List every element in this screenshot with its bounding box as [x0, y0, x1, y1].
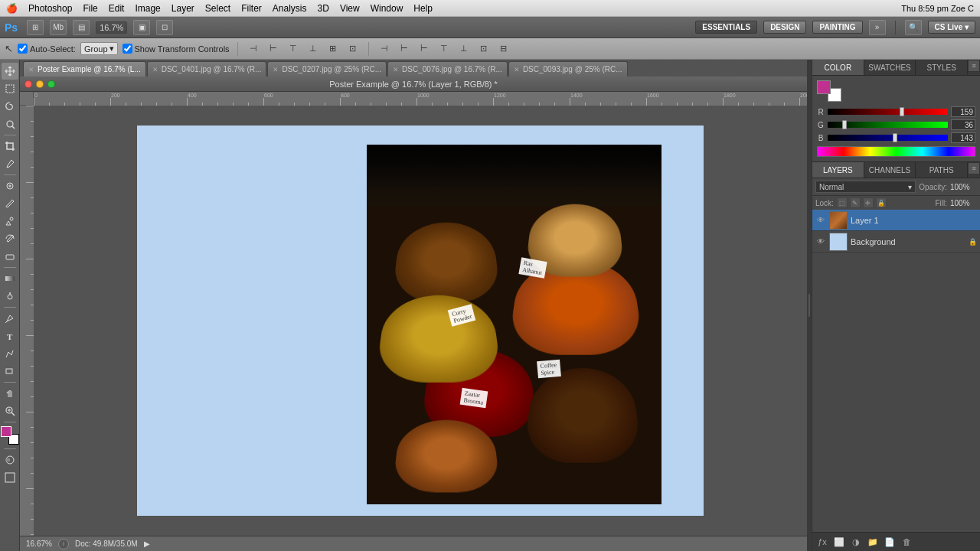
hand-tool[interactable]	[2, 385, 18, 402]
distribute-bottom-btn[interactable]: ⊡	[476, 41, 492, 57]
align-top-btn[interactable]: ⊥	[305, 41, 321, 57]
color-panel-menu-btn[interactable]: ≡	[968, 60, 980, 72]
extras-btn[interactable]: ⊡	[156, 20, 173, 35]
align-bottom-btn[interactable]: ⊡	[345, 41, 361, 57]
b-value-input[interactable]: 143	[951, 132, 975, 143]
g-slider[interactable]	[828, 122, 948, 128]
shape-tool[interactable]	[2, 363, 18, 380]
quick-select-tool[interactable]	[2, 116, 18, 132]
lock-all-btn[interactable]: 🔒	[876, 197, 887, 208]
group-layers-btn[interactable]: 📁	[866, 535, 880, 549]
tab-styles[interactable]: STYLES	[916, 60, 968, 75]
workspace-more-btn[interactable]: »	[869, 20, 886, 35]
tab-swatches[interactable]: SWATCHES	[864, 60, 916, 75]
add-mask-btn[interactable]: ⬜	[832, 535, 846, 549]
opacity-value[interactable]: 100%	[950, 183, 977, 191]
auto-align-btn[interactable]: ⊟	[496, 41, 511, 57]
tab-close-0076[interactable]: ✕	[393, 66, 399, 73]
cs-live-btn[interactable]: CS Live ▾	[928, 21, 975, 34]
menu-analysis[interactable]: Analysis	[273, 3, 307, 14]
pen-tool[interactable]	[2, 310, 18, 327]
menu-view[interactable]: View	[340, 3, 360, 14]
tab-color[interactable]: COLOR	[812, 60, 864, 75]
adjustment-layer-btn[interactable]: ◑	[849, 535, 863, 549]
screen-mode-tool[interactable]	[2, 469, 18, 486]
distribute-top-btn[interactable]: ⊤	[436, 41, 452, 57]
tab-close-0207[interactable]: ✕	[273, 66, 279, 73]
align-center-btn[interactable]: ⊢	[266, 41, 281, 57]
menu-3d[interactable]: 3D	[318, 3, 329, 14]
layer1-visibility-btn[interactable]: 👁	[815, 215, 826, 226]
distribute-left-btn[interactable]: ⊣	[377, 41, 392, 57]
apple-menu[interactable]: 🍎	[6, 3, 18, 14]
move-tool[interactable]	[2, 63, 18, 80]
workspace-essentials[interactable]: ESSENTIALS	[695, 21, 757, 34]
tab-layers[interactable]: LAYERS	[812, 162, 864, 178]
fill-value[interactable]: 100%	[950, 199, 977, 207]
browse-btn[interactable]: Mb	[50, 20, 67, 35]
auto-select-dropdown[interactable]: Group ▾	[80, 42, 118, 55]
tab-close-poster[interactable]: ✕	[28, 66, 34, 73]
win-min-btn[interactable]	[36, 80, 44, 88]
color-spectrum-bar[interactable]	[817, 146, 975, 157]
r-value-input[interactable]: 159	[951, 106, 975, 117]
win-max-btn[interactable]	[47, 80, 55, 88]
brush-tool[interactable]	[2, 195, 18, 212]
tab-close-0093[interactable]: ✕	[514, 66, 520, 73]
menu-window[interactable]: Window	[371, 3, 403, 14]
quick-mask-tool[interactable]	[2, 452, 18, 468]
text-tool[interactable]: T	[2, 328, 18, 344]
b-slider[interactable]	[828, 135, 948, 141]
history-brush-tool[interactable]	[2, 230, 18, 247]
auto-select-checkbox[interactable]	[18, 44, 28, 54]
menu-image[interactable]: Image	[135, 3, 160, 14]
fg-bg-color-selector[interactable]	[1, 426, 19, 445]
tab-dsc0207[interactable]: ✕ DSC_0207.jpg @ 25% (RC...	[267, 61, 387, 77]
lock-transparency-btn[interactable]: ⬚	[837, 197, 848, 208]
align-left-btn[interactable]: ⊣	[246, 41, 261, 57]
distribute-middle-btn[interactable]: ⊥	[456, 41, 472, 57]
gradient-tool[interactable]	[2, 270, 18, 287]
distribute-right-btn[interactable]: ⊢	[416, 41, 432, 57]
background-visibility-btn[interactable]: 👁	[815, 236, 826, 247]
layer-styles-btn[interactable]: ƒx	[815, 535, 829, 549]
layers-panel-menu-btn[interactable]: ≡	[968, 162, 980, 174]
distribute-center-btn[interactable]: ⊢	[397, 41, 412, 57]
align-middle-btn[interactable]: ⊞	[325, 41, 341, 57]
menu-filter[interactable]: Filter	[241, 3, 262, 14]
r-slider[interactable]	[828, 109, 948, 115]
tab-paths[interactable]: PATHS	[916, 162, 968, 178]
new-layer-btn[interactable]: 📄	[883, 535, 897, 549]
win-close-btn[interactable]	[24, 80, 32, 88]
menu-select[interactable]: Select	[205, 3, 230, 14]
menu-file[interactable]: File	[83, 3, 97, 14]
tab-poster-example[interactable]: ✕ Poster Example @ 16.7% (L...	[23, 61, 146, 77]
layout-btn[interactable]: ▤	[73, 20, 90, 35]
blend-mode-dropdown[interactable]: Normal ▾	[815, 181, 916, 193]
spot-heal-tool[interactable]	[2, 178, 18, 194]
color-fg-large-swatch[interactable]	[817, 80, 831, 94]
path-select-tool[interactable]	[2, 345, 18, 362]
dodge-tool[interactable]	[2, 288, 18, 305]
layer-item-layer1[interactable]: 👁 Layer 1	[812, 210, 980, 231]
tab-close-0401[interactable]: ✕	[152, 66, 158, 73]
menu-edit[interactable]: Edit	[109, 3, 125, 14]
tab-dsc0076[interactable]: ✕ DSC_0076.jpg @ 16.7% (R...	[387, 61, 508, 77]
foreground-color-swatch[interactable]	[1, 426, 11, 437]
workspace-design[interactable]: DESIGN	[763, 21, 806, 34]
g-value-input[interactable]: 36	[951, 119, 975, 130]
crop-tool[interactable]	[2, 138, 18, 155]
menu-layer[interactable]: Layer	[172, 3, 194, 14]
canvas-btn[interactable]: ▣	[133, 20, 150, 35]
delete-layer-btn[interactable]: 🗑	[900, 535, 913, 549]
workspace-painting[interactable]: PAINTING	[812, 21, 862, 34]
search-btn[interactable]: 🔍	[905, 20, 922, 35]
tab-dsc0093[interactable]: ✕ DSC_0093.jpg @ 25% (RC...	[508, 61, 628, 77]
eraser-tool[interactable]	[2, 248, 18, 265]
zoom-tool[interactable]	[2, 403, 18, 419]
show-transform-checkbox[interactable]	[122, 44, 132, 54]
status-arrow[interactable]: ▶	[144, 540, 150, 548]
align-right-btn[interactable]: ⊤	[286, 41, 301, 57]
clone-stamp-tool[interactable]	[2, 213, 18, 230]
lasso-tool[interactable]	[2, 98, 18, 115]
